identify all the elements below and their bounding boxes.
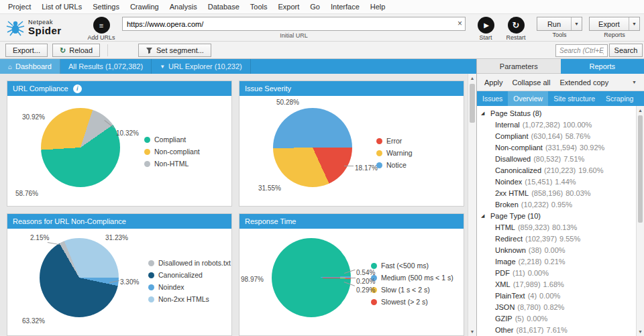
search-button[interactable]: Search	[609, 44, 643, 57]
menu-item-project[interactable]: Project	[3, 1, 36, 13]
run-button[interactable]: Run ▼	[537, 17, 582, 31]
expand-triangle-icon[interactable]: ◢	[481, 213, 487, 219]
tree-item-count: (8,780)	[517, 303, 541, 311]
subtab-scraping[interactable]: Scraping	[600, 91, 639, 106]
tree-item-count: (1,072,382)	[523, 121, 560, 129]
collapse-all-button[interactable]: Collapse all	[508, 78, 555, 87]
info-icon[interactable]: i	[73, 85, 82, 93]
tree-item-row[interactable]: JSON(8,780)0.82%	[477, 301, 636, 313]
scrollbar-thumb[interactable]	[638, 115, 643, 223]
expand-triangle-icon[interactable]: ◢	[481, 111, 487, 116]
tree-item-name: Non-compliant	[495, 144, 543, 152]
extended-copy-button[interactable]: Extended copy	[555, 78, 613, 87]
legend-color-dot	[148, 296, 154, 302]
legend-label: Notice	[386, 161, 407, 169]
menu-item-export[interactable]: Export	[272, 1, 305, 13]
tree-item-row[interactable]: PlainText(4)0.00%	[477, 290, 636, 301]
tab-reports[interactable]: Reports	[561, 59, 644, 74]
tab-url-explorer[interactable]: ▼ URL Explorer (10,232)	[152, 59, 251, 74]
tab-all-results-label: All Results (1,072,382)	[68, 62, 143, 70]
scrollbar-thumb[interactable]	[470, 84, 475, 123]
export-button[interactable]: Export ▼	[589, 17, 640, 31]
tree-item-row[interactable]: PDF(11)0.00%	[477, 267, 636, 278]
tree-item-count: (80,532)	[533, 155, 561, 163]
menu-item-tools[interactable]: Tools	[245, 1, 273, 13]
reload-button[interactable]: ↻ Reload	[52, 44, 100, 57]
menu-item-database[interactable]: Database	[203, 1, 245, 13]
tree-item-percent: 19.60%	[578, 166, 603, 174]
tab-all-results[interactable]: All Results (1,072,382)	[60, 59, 152, 74]
tree-item-row[interactable]: Internal(1,072,382)100.00%	[477, 119, 636, 130]
chart-body: CompliantNon-compliantNon-HTML 58.76%30.…	[7, 96, 231, 206]
tree-item-percent: 0.21%	[544, 258, 565, 266]
url-compliance-card: URL Compliance i CompliantNon-compliantN…	[7, 80, 232, 207]
tree-group-row[interactable]: ◢Page Status (8)	[477, 107, 636, 119]
tree-item-row[interactable]: Disallowed(80,532)7.51%	[477, 153, 636, 164]
tree-item-percent: 0.00%	[539, 292, 560, 300]
menu-item-help[interactable]: Help	[365, 1, 391, 13]
scroll-up-icon[interactable]: ▲	[468, 74, 476, 82]
restart-button[interactable]: ↻	[508, 17, 525, 34]
subtab-issues[interactable]: Issues	[477, 91, 508, 106]
scroll-down-icon[interactable]: ▼	[637, 327, 644, 336]
tree-item-row[interactable]: Redirect(102,397)9.55%	[477, 233, 636, 244]
search-input[interactable]	[555, 44, 608, 57]
tree-item-row[interactable]: Broken(10,232)0.95%	[477, 199, 636, 210]
tree-item-percent: 0.95%	[551, 201, 572, 209]
tree-item-name: Noindex	[495, 178, 522, 186]
tree-item-count: (859,323)	[518, 223, 549, 231]
start-button[interactable]: ▶	[478, 17, 494, 34]
pie-leader-line	[48, 242, 60, 245]
menu-item-go[interactable]: Go	[305, 1, 325, 13]
tree-item-row[interactable]: 2xx HTML(858,196)80.03%	[477, 187, 636, 199]
chevron-down-icon[interactable]: ▼	[629, 21, 639, 26]
tree-item-percent: 0.82%	[543, 303, 564, 311]
tree-item-row[interactable]: XML(17,989)1.68%	[477, 278, 636, 290]
pie-percent-label: 2.15%	[30, 234, 49, 241]
clear-url-icon[interactable]: ×	[458, 19, 462, 28]
apply-button[interactable]: Apply	[480, 78, 508, 87]
scroll-up-icon[interactable]: ▲	[637, 106, 644, 115]
tree-group-row[interactable]: ◢Page Type (10)	[477, 210, 636, 221]
secondary-toolbar: Export... ↻ Reload Set segment... Search	[0, 42, 644, 59]
results-tab-bar: ⌂ Dashboard All Results (1,072,382) ▼ UR…	[0, 59, 476, 74]
set-segment-button[interactable]: Set segment...	[138, 44, 211, 57]
tree-item-row[interactable]: Canonicalized(210,223)19.60%	[477, 164, 636, 176]
initial-url-input[interactable]	[122, 17, 466, 31]
tree-item-percent: 100.00%	[563, 121, 592, 129]
tab-dashboard[interactable]: ⌂ Dashboard	[0, 59, 60, 74]
dashboard-scrollbar[interactable]: ▲ ▼	[468, 74, 476, 336]
tree-item-row[interactable]: Image(2,218)0.21%	[477, 256, 636, 267]
tree-item-row[interactable]: Unknown(38)0.00%	[477, 244, 636, 256]
tree-item-percent: 1.68%	[543, 280, 564, 288]
tab-parameters[interactable]: Parameters	[477, 59, 561, 74]
tree-item-row[interactable]: Noindex(15,451)1.44%	[477, 176, 636, 187]
tree-scrollbar[interactable]: ▲ ▼	[636, 106, 644, 336]
subtab-site-structure[interactable]: Site structure	[548, 91, 600, 106]
chevron-down-icon[interactable]: ▼	[627, 80, 641, 85]
add-urls-button[interactable]: ≡	[93, 17, 110, 34]
card-title: Response Time	[245, 217, 296, 225]
tree-item-row[interactable]: Compliant(630,164)58.76%	[477, 130, 636, 142]
menu-item-crawling[interactable]: Crawling	[125, 1, 164, 13]
tree-item-percent: 58.76%	[566, 132, 590, 140]
legend-item: Slowest (> 2 s)	[371, 296, 453, 308]
card-header: Issue Severity	[239, 81, 464, 96]
menu-item-interface[interactable]: Interface	[325, 1, 365, 13]
menu-item-list-of-urls[interactable]: List of URLs	[36, 1, 87, 13]
divider	[107, 44, 108, 56]
legend-color-dot	[144, 137, 150, 143]
subtab-overview[interactable]: Overview	[508, 91, 548, 106]
menu-item-settings[interactable]: Settings	[87, 1, 125, 13]
export-results-button[interactable]: Export...	[5, 44, 48, 57]
menu-item-analysis[interactable]: Analysis	[164, 1, 203, 13]
tree-item-row[interactable]: HTML(859,323)80.13%	[477, 221, 636, 233]
tree-item-name: XML	[495, 280, 511, 288]
tree-item-row[interactable]: Other(81,617)7.61%	[477, 324, 636, 335]
response-time-pie	[272, 238, 351, 317]
tree-item-row[interactable]: Non-compliant(331,594)30.92%	[477, 142, 636, 153]
scroll-down-icon[interactable]: ▼	[468, 327, 476, 336]
tree-item-row[interactable]: GZIP(5)0.00%	[477, 313, 636, 324]
export-results-label: Export...	[13, 46, 40, 54]
chevron-down-icon[interactable]: ▼	[572, 21, 582, 26]
